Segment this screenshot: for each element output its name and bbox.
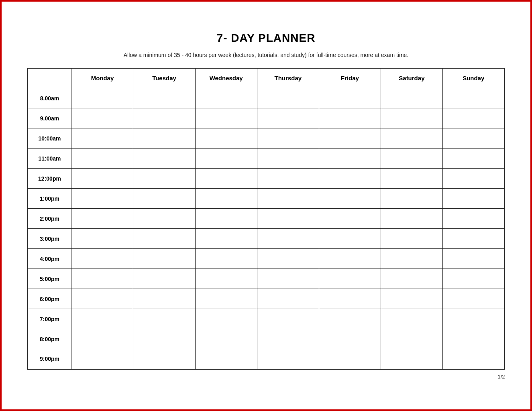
schedule-cell[interactable] bbox=[71, 189, 133, 209]
schedule-cell[interactable] bbox=[257, 189, 319, 209]
schedule-cell[interactable] bbox=[319, 289, 381, 309]
schedule-cell[interactable] bbox=[133, 269, 195, 289]
schedule-cell[interactable] bbox=[442, 289, 504, 309]
schedule-cell[interactable] bbox=[195, 269, 257, 289]
schedule-cell[interactable] bbox=[381, 128, 442, 149]
schedule-cell[interactable] bbox=[381, 269, 442, 289]
schedule-cell[interactable] bbox=[319, 309, 381, 329]
schedule-cell[interactable] bbox=[133, 329, 195, 349]
schedule-cell[interactable] bbox=[71, 169, 133, 189]
page-title: 7- DAY PLANNER bbox=[27, 32, 505, 45]
schedule-cell[interactable] bbox=[71, 149, 133, 169]
schedule-cell[interactable] bbox=[442, 249, 504, 269]
schedule-cell[interactable] bbox=[257, 229, 319, 249]
schedule-cell[interactable] bbox=[71, 289, 133, 309]
schedule-cell[interactable] bbox=[381, 309, 442, 329]
schedule-cell[interactable] bbox=[319, 329, 381, 349]
schedule-cell[interactable] bbox=[319, 229, 381, 249]
schedule-cell[interactable] bbox=[381, 289, 442, 309]
schedule-cell[interactable] bbox=[71, 249, 133, 269]
schedule-cell[interactable] bbox=[319, 149, 381, 169]
schedule-cell[interactable] bbox=[257, 209, 319, 229]
schedule-cell[interactable] bbox=[195, 229, 257, 249]
schedule-cell[interactable] bbox=[257, 329, 319, 349]
schedule-cell[interactable] bbox=[71, 229, 133, 249]
schedule-cell[interactable] bbox=[319, 128, 381, 149]
schedule-cell[interactable] bbox=[442, 209, 504, 229]
schedule-cell[interactable] bbox=[195, 249, 257, 269]
schedule-cell[interactable] bbox=[381, 209, 442, 229]
schedule-cell[interactable] bbox=[133, 289, 195, 309]
schedule-cell[interactable] bbox=[71, 309, 133, 329]
schedule-cell[interactable] bbox=[133, 249, 195, 269]
schedule-cell[interactable] bbox=[442, 108, 504, 128]
schedule-cell[interactable] bbox=[195, 329, 257, 349]
schedule-cell[interactable] bbox=[195, 149, 257, 169]
schedule-cell[interactable] bbox=[133, 108, 195, 128]
schedule-cell[interactable] bbox=[257, 269, 319, 289]
schedule-cell[interactable] bbox=[71, 209, 133, 229]
schedule-cell[interactable] bbox=[133, 149, 195, 169]
schedule-cell[interactable] bbox=[442, 309, 504, 329]
schedule-cell[interactable] bbox=[257, 108, 319, 128]
schedule-cell[interactable] bbox=[442, 88, 504, 108]
schedule-cell[interactable] bbox=[257, 128, 319, 149]
schedule-cell[interactable] bbox=[257, 309, 319, 329]
schedule-cell[interactable] bbox=[319, 189, 381, 209]
schedule-cell[interactable] bbox=[442, 269, 504, 289]
schedule-cell[interactable] bbox=[71, 88, 133, 108]
schedule-cell[interactable] bbox=[133, 169, 195, 189]
schedule-cell[interactable] bbox=[71, 128, 133, 149]
schedule-cell[interactable] bbox=[195, 88, 257, 108]
schedule-cell[interactable] bbox=[381, 88, 442, 108]
schedule-cell[interactable] bbox=[319, 88, 381, 108]
schedule-cell[interactable] bbox=[319, 269, 381, 289]
schedule-cell[interactable] bbox=[381, 189, 442, 209]
schedule-cell[interactable] bbox=[381, 349, 442, 369]
schedule-cell[interactable] bbox=[195, 309, 257, 329]
schedule-cell[interactable] bbox=[133, 349, 195, 369]
schedule-cell[interactable] bbox=[442, 128, 504, 149]
schedule-cell[interactable] bbox=[71, 108, 133, 128]
schedule-cell[interactable] bbox=[319, 249, 381, 269]
schedule-cell[interactable] bbox=[257, 149, 319, 169]
schedule-cell[interactable] bbox=[133, 309, 195, 329]
schedule-cell[interactable] bbox=[71, 269, 133, 289]
schedule-cell[interactable] bbox=[442, 229, 504, 249]
schedule-cell[interactable] bbox=[133, 209, 195, 229]
schedule-cell[interactable] bbox=[381, 108, 442, 128]
schedule-cell[interactable] bbox=[319, 169, 381, 189]
schedule-cell[interactable] bbox=[442, 149, 504, 169]
schedule-cell[interactable] bbox=[195, 169, 257, 189]
schedule-cell[interactable] bbox=[133, 189, 195, 209]
schedule-cell[interactable] bbox=[257, 289, 319, 309]
schedule-cell[interactable] bbox=[195, 209, 257, 229]
schedule-cell[interactable] bbox=[195, 108, 257, 128]
schedule-cell[interactable] bbox=[133, 88, 195, 108]
schedule-cell[interactable] bbox=[442, 329, 504, 349]
schedule-cell[interactable] bbox=[71, 329, 133, 349]
schedule-cell[interactable] bbox=[195, 289, 257, 309]
time-label: 2:00pm bbox=[28, 209, 71, 229]
schedule-cell[interactable] bbox=[319, 108, 381, 128]
schedule-cell[interactable] bbox=[442, 189, 504, 209]
schedule-cell[interactable] bbox=[133, 128, 195, 149]
schedule-cell[interactable] bbox=[381, 329, 442, 349]
schedule-cell[interactable] bbox=[195, 349, 257, 369]
schedule-cell[interactable] bbox=[257, 349, 319, 369]
schedule-cell[interactable] bbox=[133, 229, 195, 249]
schedule-cell[interactable] bbox=[195, 189, 257, 209]
schedule-cell[interactable] bbox=[442, 349, 504, 369]
schedule-cell[interactable] bbox=[381, 229, 442, 249]
schedule-cell[interactable] bbox=[319, 209, 381, 229]
schedule-cell[interactable] bbox=[381, 169, 442, 189]
schedule-cell[interactable] bbox=[381, 249, 442, 269]
schedule-cell[interactable] bbox=[257, 169, 319, 189]
schedule-cell[interactable] bbox=[381, 149, 442, 169]
schedule-cell[interactable] bbox=[319, 349, 381, 369]
schedule-cell[interactable] bbox=[257, 88, 319, 108]
schedule-cell[interactable] bbox=[442, 169, 504, 189]
schedule-cell[interactable] bbox=[257, 249, 319, 269]
schedule-cell[interactable] bbox=[71, 349, 133, 369]
schedule-cell[interactable] bbox=[195, 128, 257, 149]
